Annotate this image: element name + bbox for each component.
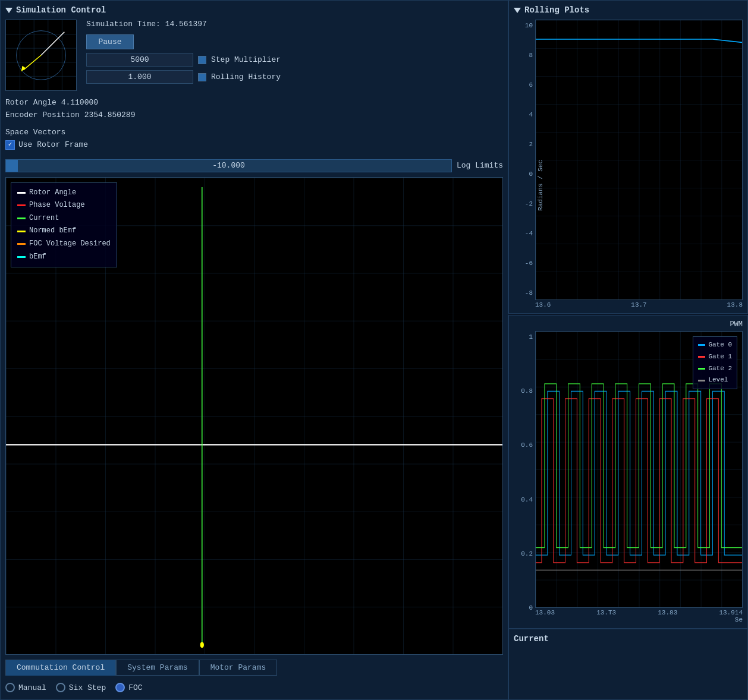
radio-foc[interactable]: FOC xyxy=(115,683,142,692)
log-limits-label: Log Limits xyxy=(457,161,503,170)
sim-time-label: Simulation Time: xyxy=(86,20,161,29)
y-axis-label-rolling: Radians / Sec xyxy=(537,160,544,211)
log-bar-fill xyxy=(6,160,18,172)
encoder-position-readout: Encoder Position 2354.850289 xyxy=(5,109,503,122)
collapse-icon[interactable] xyxy=(5,8,12,13)
oscilloscope-preview xyxy=(5,20,77,91)
use-rotor-frame-row: ✓ Use Rotor Frame xyxy=(5,140,503,150)
sim-time-row: Simulation Time: 14.561397 xyxy=(86,20,503,29)
legend-color-normed xyxy=(17,231,26,232)
radio-six-step-circle xyxy=(56,683,65,692)
legend-color-rotor xyxy=(17,192,26,194)
step-multiplier-swatch xyxy=(198,56,206,64)
radio-foc-label: FOC xyxy=(128,683,142,692)
x-axis-rolling: 13.6 13.7 13.8 xyxy=(535,300,743,308)
legend-color-bemf xyxy=(17,256,26,258)
radio-six-step[interactable]: Six Step xyxy=(56,683,106,692)
pwm-legend-level: Level xyxy=(698,374,732,386)
pwm-legend-gate1: Gate 1 xyxy=(698,351,732,363)
pwm-section: PWM 1 0.8 0.6 0.4 0.2 0 xyxy=(508,315,748,629)
tab-motor-label: Motor Params xyxy=(210,663,266,672)
pwm-legend-gate2: Gate 2 xyxy=(698,363,732,375)
rolling-history-input[interactable] xyxy=(86,70,193,84)
encoder-position-value: 2354.850289 xyxy=(84,111,136,119)
legend-foc-voltage: FOC Voltage Desired xyxy=(17,238,111,251)
pwm-legend-color-gate0 xyxy=(698,344,705,346)
rotor-angle-label: Rotor Angle xyxy=(5,98,56,107)
radio-manual[interactable]: Manual xyxy=(5,683,46,692)
use-rotor-frame-label: Use Rotor Frame xyxy=(18,140,88,149)
legend-phase-voltage: Phase Voltage xyxy=(17,199,111,212)
legend-bemf: bEmf xyxy=(17,251,111,264)
use-rotor-frame-checkbox[interactable]: ✓ xyxy=(5,140,15,150)
pwm-legend: Gate 0 Gate 1 Gate 2 xyxy=(693,336,737,389)
checkmark-icon: ✓ xyxy=(8,141,12,148)
tab-commutation-control[interactable]: Commutation Control xyxy=(5,660,116,676)
svg-line-10 xyxy=(24,55,42,70)
legend-current: Current xyxy=(17,212,111,225)
simulation-control-header: Simulation Control xyxy=(5,5,503,15)
readout-section: Rotor Angle 4.110000 Encoder Position 23… xyxy=(5,97,503,122)
legend-label-rotor: Rotor Angle xyxy=(29,187,76,200)
pwm-plot-area: Gate 0 Gate 1 Gate 2 xyxy=(535,331,743,608)
pwm-legend-color-gate2 xyxy=(698,368,705,370)
log-limits-row: -10.000 Log Limits xyxy=(5,159,503,172)
encoder-position-label: Encoder Position xyxy=(5,111,80,119)
log-limits-value: -10.000 xyxy=(212,161,245,170)
rolling-history-row: Rolling History xyxy=(86,70,503,84)
y-ticks-rolling: 10 8 6 4 2 0 -2 -4 -6 -8 xyxy=(514,20,535,308)
radio-six-step-label: Six Step xyxy=(69,683,106,692)
svg-rect-17 xyxy=(536,20,742,299)
pause-button[interactable]: Pause xyxy=(86,34,134,49)
x-axis-pwm: 13.03 13.T3 13.83 13.914 xyxy=(535,608,743,616)
pwm-legend-gate0: Gate 0 xyxy=(698,339,732,351)
current-title: Current xyxy=(514,634,549,644)
legend-color-phase xyxy=(17,204,26,206)
radio-manual-label: Manual xyxy=(18,683,46,692)
radio-foc-circle xyxy=(115,683,125,692)
rolling-plots-title: Rolling Plots xyxy=(524,5,589,15)
pwm-x-label: Se xyxy=(535,616,743,623)
rolling-plots-header: Rolling Plots xyxy=(514,5,743,15)
legend-color-current xyxy=(17,217,26,219)
tab-motor-params[interactable]: Motor Params xyxy=(199,660,278,676)
svg-line-9 xyxy=(41,32,64,55)
legend-normed-bemf: Normed bEmf xyxy=(17,225,111,238)
tab-commutation-label: Commutation Control xyxy=(17,663,105,672)
rolling-plot-area: Radians / Sec xyxy=(535,20,743,300)
sim-time-value: 14.561397 xyxy=(165,20,207,29)
tab-system-params[interactable]: System Params xyxy=(116,660,199,676)
y-ticks-pwm: 1 0.8 0.6 0.4 0.2 0 xyxy=(514,331,535,623)
pwm-title: PWM xyxy=(514,320,743,329)
tabs-row: Commutation Control System Params Motor … xyxy=(5,660,503,676)
tab-system-label: System Params xyxy=(127,663,187,672)
main-chart: Rotor Angle Phase Voltage Current Normed… xyxy=(5,177,503,655)
step-multiplier-input[interactable] xyxy=(86,53,193,67)
sim-controls: Simulation Time: 14.561397 Pause Step Mu… xyxy=(86,20,503,84)
log-limits-bar[interactable]: -10.000 xyxy=(5,159,452,172)
svg-point-16 xyxy=(200,642,204,648)
right-panel: Rolling Plots 10 8 6 4 2 0 -2 -4 -6 -8 xyxy=(508,0,748,700)
space-vectors-label: Space Vectors xyxy=(5,128,503,137)
header-title: Simulation Control xyxy=(16,5,106,15)
current-section: Current xyxy=(508,629,748,700)
pwm-chart-wrapper: 1 0.8 0.6 0.4 0.2 0 xyxy=(514,331,743,623)
legend-label-phase: Phase Voltage xyxy=(29,199,85,212)
legend-label-bemf: bEmf xyxy=(29,251,46,264)
top-controls: Simulation Time: 14.561397 Pause Step Mu… xyxy=(5,20,503,91)
radio-manual-circle xyxy=(5,683,15,692)
legend-label-normed: Normed bEmf xyxy=(29,225,76,238)
radio-row: Manual Six Step FOC xyxy=(5,680,503,695)
rolling-history-label: Rolling History xyxy=(211,72,281,81)
rolling-plot-wrapper: 10 8 6 4 2 0 -2 -4 -6 -8 Radians / Sec xyxy=(514,20,743,308)
rolling-plots-collapse-icon[interactable] xyxy=(514,8,521,13)
rotor-angle-readout: Rotor Angle 4.110000 xyxy=(5,97,503,109)
pwm-legend-color-gate1 xyxy=(698,356,705,358)
step-multiplier-row: Step Multiplier xyxy=(86,53,503,67)
rotor-angle-value: 4.110000 xyxy=(61,98,98,107)
step-multiplier-label: Step Multiplier xyxy=(211,55,281,64)
space-vectors-section: Space Vectors ✓ Use Rotor Frame xyxy=(5,128,503,154)
current-header: Current xyxy=(514,634,743,644)
legend-color-foc xyxy=(17,243,26,245)
left-panel: Simulation Control xyxy=(0,0,508,700)
